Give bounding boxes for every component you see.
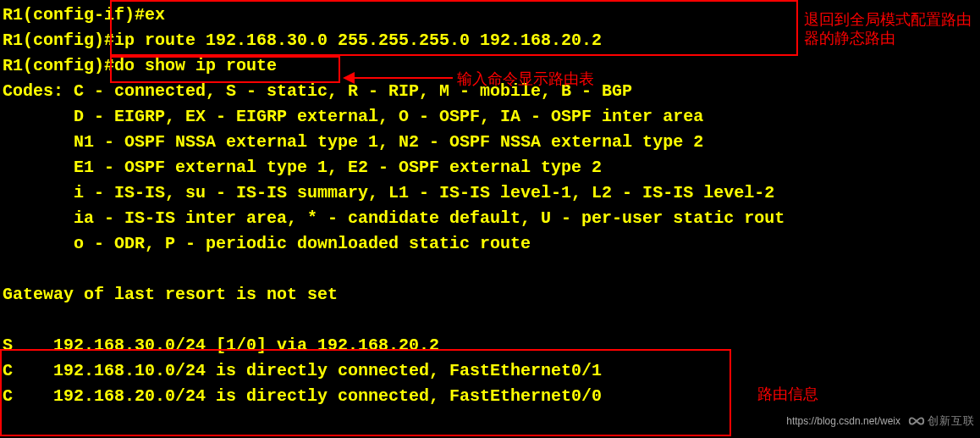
terminal-line: Gateway of last resort is not set <box>3 282 980 308</box>
terminal-line: N1 - OSPF NSSA external type 1, N2 - OSP… <box>3 130 980 155</box>
terminal-line: i - IS-IS, su - IS-IS summary, L1 - IS-I… <box>3 180 980 206</box>
terminal-line <box>3 308 980 333</box>
terminal-window[interactable]: R1(config-if)#ex R1(config)#ip route 192… <box>0 0 980 438</box>
terminal-line <box>3 257 980 282</box>
watermark-brand: 创新互联 <box>928 408 975 434</box>
terminal-line: R1(config-if)#ex <box>3 3 980 28</box>
infinity-icon <box>907 412 926 430</box>
terminal-line: o - ODR, P - periodic downloaded static … <box>3 231 980 257</box>
watermark: https://blog.csdn.net/weix 创新互联 <box>746 409 975 433</box>
terminal-line: Codes: C - connected, S - static, R - RI… <box>3 79 980 104</box>
terminal-line: E1 - OSPF external type 1, E2 - OSPF ext… <box>3 155 980 180</box>
terminal-line: D - EIGRP, EX - EIGRP external, O - OSPF… <box>3 104 980 130</box>
terminal-line: S 192.168.30.0/24 [1/0] via 192.168.20.2 <box>3 333 980 358</box>
terminal-line: C 192.168.10.0/24 is directly connected,… <box>3 358 980 384</box>
terminal-line: R1(config)#do show ip route <box>3 53 980 79</box>
watermark-logo: 创新互联 <box>907 408 975 434</box>
terminal-line: R1(config)#ip route 192.168.30.0 255.255… <box>3 28 980 53</box>
terminal-line: ia - IS-IS inter area, * - candidate def… <box>3 206 980 231</box>
watermark-url: https://blog.csdn.net/weix <box>786 408 900 434</box>
terminal-line: C 192.168.20.0/24 is directly connected,… <box>3 384 980 409</box>
